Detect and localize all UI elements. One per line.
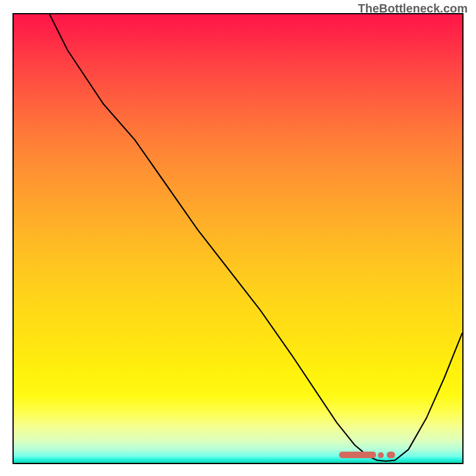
chart-plot-area	[12, 13, 464, 464]
optimal-range-marker-dot-2	[387, 452, 395, 458]
optimal-range-marker-dot-1	[378, 452, 384, 458]
watermark-text: TheBottleneck.com	[358, 2, 468, 15]
bottleneck-curve-line	[14, 14, 462, 463]
optimal-range-marker	[339, 452, 376, 458]
